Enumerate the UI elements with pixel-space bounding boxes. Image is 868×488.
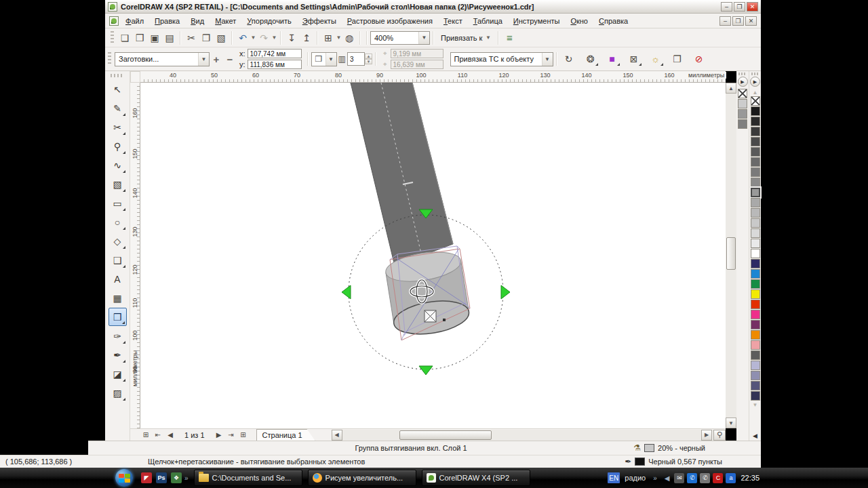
export-button[interactable]: ↥	[299, 30, 314, 45]
palette-swatch-2[interactable]	[751, 127, 760, 136]
doc-restore-button[interactable]: ❐	[732, 16, 744, 26]
scroll-right-icon[interactable]: ▶	[701, 430, 712, 441]
doc-minimize-button[interactable]: –	[719, 16, 731, 26]
pick-tool[interactable]: ↖	[108, 80, 127, 98]
clear-extrude-button[interactable]: ⊘	[690, 51, 708, 67]
palette-swatch-17[interactable]	[751, 279, 760, 289]
menu-item-4[interactable]: Упорядочить	[241, 15, 296, 27]
palette-swatch-3[interactable]	[751, 137, 760, 146]
corel-online-button[interactable]: ◍	[342, 30, 357, 45]
rotation-arrow-bottom[interactable]	[419, 366, 433, 375]
menu-item-0[interactable]: Файл	[120, 15, 149, 27]
last-page-button[interactable]: ⇥	[225, 430, 237, 441]
prev-page-button[interactable]: ◀	[164, 430, 176, 441]
doc-swatch-none[interactable]	[738, 89, 747, 98]
palette-swatch-13[interactable]	[751, 239, 760, 248]
rotation-arrow-left[interactable]	[342, 285, 351, 299]
scroll-up-icon[interactable]: ▲	[726, 83, 736, 94]
add-preset-button[interactable]: +	[210, 54, 223, 65]
import-button[interactable]: ↧	[284, 30, 299, 45]
palette-flyout-button[interactable]: ▶	[750, 77, 760, 87]
crop-tool[interactable]: ✂	[108, 118, 127, 136]
palette-swatch-18[interactable]	[751, 289, 760, 299]
scroll-down-icon[interactable]: ▼	[726, 418, 736, 428]
options-button[interactable]: ≡	[502, 30, 517, 45]
depth-spinner[interactable]: ▲▼	[365, 54, 372, 64]
palette-scroll-down-icon[interactable]: ▼	[753, 402, 758, 408]
palette-swatch-7[interactable]	[751, 178, 760, 187]
palette-swatch-19[interactable]	[751, 300, 760, 309]
horizontal-scroll-thumb[interactable]	[399, 430, 492, 440]
outline-tool[interactable]: ✒	[108, 346, 127, 364]
add-page-button[interactable]: ⊞	[140, 430, 152, 441]
copy-button[interactable]: ❐	[199, 30, 214, 45]
tray-skype-icon[interactable]: ✆	[687, 473, 697, 483]
ruler-origin-button[interactable]	[130, 71, 140, 83]
palette-swatch-25[interactable]	[751, 361, 760, 370]
object-x-field[interactable]: 107,742 мм	[248, 49, 302, 58]
palette-swatch-22[interactable]	[751, 330, 760, 340]
extrusion-type-combo[interactable]: ❒ ▼	[311, 52, 337, 66]
zoom-tool[interactable]: ⚲	[108, 137, 127, 155]
tray-phone-icon[interactable]: ✆	[700, 473, 710, 483]
menu-item-9[interactable]: Инструменты	[508, 15, 566, 27]
doc-close-button[interactable]: ✕	[745, 16, 757, 26]
restore-button[interactable]: ❐	[734, 2, 745, 12]
palette-swatch-11[interactable]	[751, 218, 760, 228]
redo-button[interactable]: ↷	[256, 30, 271, 45]
quick-launch-app1-icon[interactable]: ◤	[141, 472, 152, 483]
toolbar-grip[interactable]	[111, 31, 114, 45]
undo-button-dropdown-icon[interactable]: ▼	[250, 35, 256, 41]
menu-item-1[interactable]: Правка	[149, 15, 185, 27]
menu-item-7[interactable]: Текст	[438, 15, 468, 27]
chevron-down-icon[interactable]: ▼	[542, 53, 553, 66]
task-coreldraw[interactable]: CorelDRAW X4 (SP2 ...	[422, 470, 530, 486]
tray-collapse-icon[interactable]: ◀	[665, 474, 670, 482]
toolbox-grip[interactable]	[111, 74, 124, 77]
doc-swatch-3[interactable]	[738, 119, 747, 129]
object-y-field[interactable]: 111,836 мм	[248, 60, 302, 69]
palette-swatch-0[interactable]	[751, 106, 760, 116]
task-firefox[interactable]: Рисуем увеличитель...	[308, 470, 416, 486]
ellipse-tool[interactable]: ○	[108, 213, 127, 231]
extrude-lighting-button[interactable]: ☼	[647, 51, 665, 67]
palette-swatch-5[interactable]	[751, 157, 760, 167]
menu-item-5[interactable]: Эффекты	[297, 15, 342, 27]
palette-scroll-up-icon[interactable]: ▲	[753, 89, 758, 96]
rotation-arrow-right[interactable]	[501, 285, 510, 299]
chevron-down-icon[interactable]: ▼	[418, 32, 429, 44]
save-button[interactable]: ▣	[147, 30, 162, 45]
chevron-down-icon[interactable]: ▼	[198, 53, 209, 66]
language-indicator[interactable]: EN	[608, 472, 620, 483]
smart-fill-tool[interactable]: ▧	[108, 175, 127, 193]
tray-chevron[interactable]: »	[653, 474, 657, 482]
menu-item-11[interactable]: Справка	[593, 15, 633, 27]
palette-expand-icon[interactable]: ◀	[753, 432, 757, 439]
first-page-button[interactable]: ⇤	[152, 430, 164, 441]
doc-swatch-2[interactable]	[738, 109, 747, 119]
menu-item-10[interactable]: Окно	[565, 15, 593, 27]
eyedropper-tool[interactable]: ✑	[108, 327, 127, 345]
palette-swatch-none[interactable]	[751, 96, 760, 106]
extrude-direction-button[interactable]: ❂	[582, 51, 599, 67]
polygon-tool[interactable]: ◇	[108, 232, 127, 250]
snap-to-button[interactable]: Привязать к ▼	[437, 34, 495, 42]
tray-agent-icon[interactable]: a	[726, 473, 736, 483]
app-launcher-button[interactable]: ⊞	[321, 30, 336, 45]
document-palette-flyout-button[interactable]: ▶	[738, 77, 748, 87]
freehand-tool[interactable]: ∿	[108, 156, 127, 174]
depth-field[interactable]: 3	[347, 52, 365, 66]
outline-color-swatch[interactable]	[635, 458, 645, 466]
new-button[interactable]: ❏	[117, 30, 132, 45]
add-page-button-2[interactable]: ⊞	[237, 430, 250, 441]
horizontal-ruler[interactable]: 405060708090100110120130140150160170	[140, 71, 726, 83]
app-launcher-button-dropdown-icon[interactable]: ▼	[336, 35, 342, 41]
extrude-color-button[interactable]: ■	[604, 51, 621, 67]
quick-launch-app2-icon[interactable]: ❖	[171, 472, 182, 483]
extrude-tool[interactable]: ❒	[108, 308, 127, 326]
menu-item-8[interactable]: Таблица	[468, 15, 508, 27]
palette-swatch-9[interactable]	[751, 198, 760, 207]
remove-preset-button[interactable]: −	[223, 54, 237, 65]
rectangle-tool[interactable]: ▭	[108, 194, 127, 212]
task-explorer[interactable]: C:\Documents and Se...	[194, 470, 302, 486]
